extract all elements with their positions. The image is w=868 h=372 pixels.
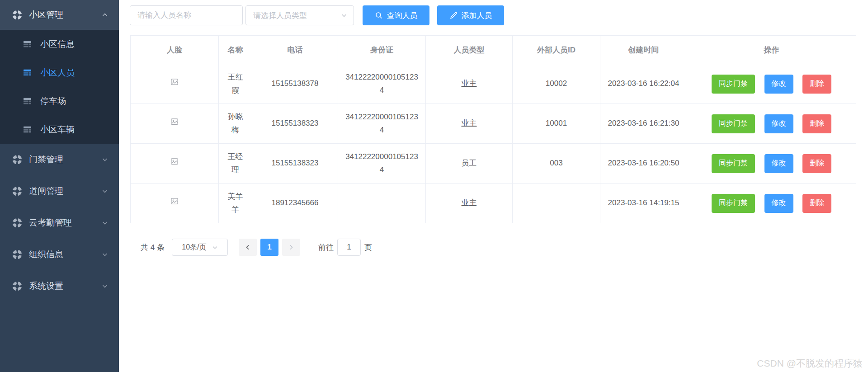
life-ring-icon	[12, 250, 22, 259]
edit-button[interactable]: 修改	[764, 194, 793, 213]
sidebar-submenu-item-label: 停车场	[40, 95, 66, 107]
name-cell: 王经理	[219, 144, 252, 184]
sync-access-button[interactable]: 同步门禁	[712, 75, 755, 94]
prev-page-button[interactable]	[239, 239, 257, 256]
sync-access-button[interactable]: 同步门禁	[712, 194, 755, 213]
sync-access-button[interactable]: 同步门禁	[712, 114, 755, 133]
life-ring-icon	[12, 218, 22, 228]
sidebar-group-item-label: 系统设置	[29, 280, 63, 292]
page-1-button[interactable]: 1	[260, 239, 278, 256]
edit-button[interactable]: 修改	[764, 154, 793, 173]
delete-button[interactable]: 删除	[802, 75, 831, 94]
table-row: 王红霞 15155138378 341222200001051234 业主 10…	[131, 64, 856, 104]
sidebar-item-道闸管理[interactable]: 道闸管理	[0, 175, 119, 207]
person-type-cell: 业主	[426, 184, 513, 223]
life-ring-icon	[12, 10, 22, 20]
goto-label: 前往	[318, 242, 334, 253]
add-person-button[interactable]: 添加人员	[437, 5, 504, 25]
sidebar-item-组织信息[interactable]: 组织信息	[0, 239, 119, 270]
sidebar-group-item-label: 道闸管理	[29, 185, 63, 197]
add-person-button-label: 添加人员	[462, 10, 492, 21]
delete-button[interactable]: 删除	[802, 154, 831, 173]
sidebar-item-停车场[interactable]: 停车场	[0, 87, 119, 115]
person-type-cell: 业主	[426, 104, 513, 144]
sidebar-item-系统设置[interactable]: 系统设置	[0, 270, 119, 302]
chevron-down-icon	[341, 12, 347, 19]
csdn-watermark: CSDN @不脱发的程序猿	[757, 357, 863, 370]
life-ring-icon	[12, 281, 22, 291]
broken-image-icon	[170, 117, 179, 126]
col-actions: 操作	[687, 36, 856, 64]
person-type-select-placeholder: 请选择人员类型	[253, 10, 307, 21]
phone-cell: 15155138323	[252, 104, 338, 144]
idcard-cell	[338, 184, 426, 223]
external-id-cell: 003	[513, 144, 600, 184]
life-ring-icon	[12, 155, 22, 165]
sidebar-submenu-item-label: 小区信息	[40, 38, 75, 50]
table-grid-icon	[23, 39, 32, 49]
sync-access-button[interactable]: 同步门禁	[712, 154, 755, 173]
sidebar-item-label: 小区管理	[29, 9, 63, 21]
search-person-button[interactable]: 查询人员	[363, 5, 429, 25]
edit-pencil-icon	[449, 11, 458, 19]
actions-cell: 同步门禁 修改 删除	[687, 64, 856, 104]
sidebar-groups: 门禁管理 道闸管理 云考勤管理 组	[0, 144, 119, 302]
table-row: 孙晓梅 15155138323 341222200001051234 业主 10…	[131, 104, 856, 144]
phone-cell: 15155138378	[252, 64, 338, 104]
created-at-cell: 2023-03-16 16:20:50	[600, 144, 687, 184]
person-type-select[interactable]: 请选择人员类型	[245, 5, 354, 25]
total-count-label: 共 4 条	[141, 242, 165, 253]
sidebar-item-community-management[interactable]: 小区管理	[0, 0, 119, 30]
idcard-cell: 341222200001051234	[338, 64, 426, 104]
face-cell	[131, 184, 219, 223]
face-cell	[131, 104, 219, 144]
person-table: 人脸 名称 电话 身份证 人员类型 外部人员ID 创建时间 操作 王红霞 151…	[130, 35, 856, 223]
search-person-button-label: 查询人员	[387, 10, 418, 21]
phone-cell: 15155138323	[252, 144, 338, 184]
goto-page-input[interactable]	[337, 239, 361, 256]
search-icon	[375, 11, 383, 19]
face-cell	[131, 64, 219, 104]
table-grid-icon	[23, 96, 32, 106]
sidebar-item-小区人员[interactable]: 小区人员	[0, 58, 119, 87]
idcard-cell: 341222200001051234	[338, 144, 426, 184]
sidebar-submenu-item-label: 小区车辆	[40, 124, 75, 136]
sidebar-item-小区信息[interactable]: 小区信息	[0, 30, 119, 58]
table-grid-icon	[23, 125, 32, 134]
table-grid-icon	[23, 68, 32, 77]
col-name: 名称	[219, 36, 252, 64]
col-created-at: 创建时间	[600, 36, 687, 64]
sidebar: 小区管理 小区信息 小区人	[0, 0, 119, 372]
edit-button[interactable]: 修改	[764, 114, 793, 133]
sidebar-item-云考勤管理[interactable]: 云考勤管理	[0, 207, 119, 239]
name-cell: 美羊羊	[219, 184, 252, 223]
external-id-cell: 10002	[513, 64, 600, 104]
sidebar-item-门禁管理[interactable]: 门禁管理	[0, 144, 119, 175]
broken-image-icon	[170, 197, 179, 206]
name-cell: 王红霞	[219, 64, 252, 104]
next-page-button[interactable]	[282, 239, 300, 256]
col-person-type: 人员类型	[426, 36, 513, 64]
created-at-cell: 2023-03-16 16:22:04	[600, 64, 687, 104]
page-suffix-label: 页	[364, 242, 372, 253]
person-type-cell: 员工	[426, 144, 513, 184]
pagination: 共 4 条 10条/页 1 前往 页	[141, 239, 372, 256]
chevron-down-icon	[102, 251, 108, 258]
sidebar-submenu-item-label: 小区人员	[40, 67, 75, 79]
delete-button[interactable]: 删除	[802, 194, 831, 213]
sidebar-submenu: 小区信息 小区人员 停车场	[0, 30, 119, 144]
page-size-select[interactable]: 10条/页	[172, 239, 228, 256]
idcard-cell: 341222200001051234	[338, 104, 426, 144]
delete-button[interactable]: 删除	[802, 114, 831, 133]
col-phone: 电话	[252, 36, 338, 64]
sidebar-group-item-label: 云考勤管理	[29, 217, 72, 229]
page-size-value: 10条/页	[182, 243, 206, 252]
actions-cell: 同步门禁 修改 删除	[687, 184, 856, 223]
edit-button[interactable]: 修改	[764, 75, 793, 94]
created-at-cell: 2023-03-16 14:19:15	[600, 184, 687, 223]
person-name-input[interactable]	[130, 5, 243, 25]
chevron-down-icon	[102, 188, 108, 194]
main-content: 请选择人员类型 查询人员 添加人员 人脸 名称 电话 身份证 人员类型 外部	[119, 0, 868, 372]
sidebar-item-小区车辆[interactable]: 小区车辆	[0, 115, 119, 144]
life-ring-icon	[12, 186, 22, 196]
